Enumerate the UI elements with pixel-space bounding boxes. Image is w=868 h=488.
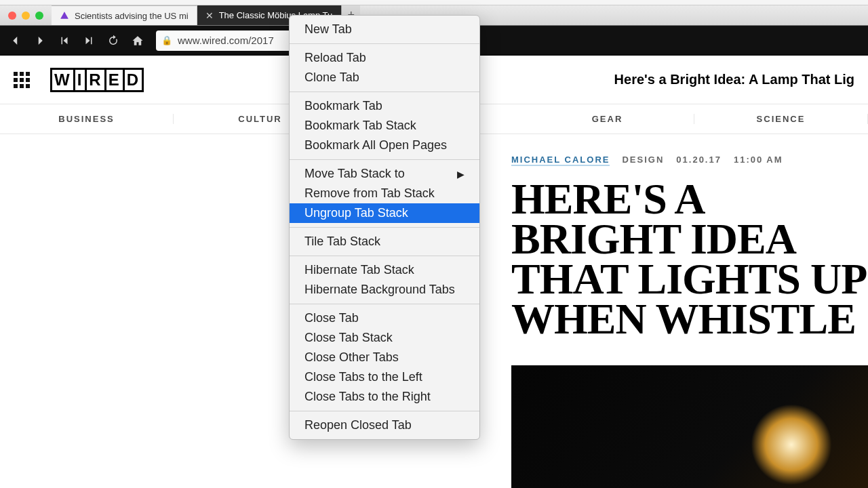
reload-button[interactable]: [103, 30, 123, 51]
menu-item[interactable]: Ungroup Tab Stack: [290, 203, 479, 223]
menu-item-label: Hibernate Tab Stack: [304, 263, 414, 277]
rewind-button[interactable]: [54, 30, 75, 51]
menu-item-label: Ungroup Tab Stack: [304, 206, 408, 220]
publish-date: 01.20.17: [676, 155, 722, 166]
menu-item-label: Close Tab: [304, 311, 359, 325]
submenu-arrow-icon: ▶: [457, 169, 465, 180]
menu-item[interactable]: Bookmark Tab Stack: [290, 116, 479, 136]
tab-title: Scientists advising the US mi: [75, 11, 189, 21]
menu-item[interactable]: Reload Tab: [290, 48, 479, 68]
close-tab-icon[interactable]: ✕: [205, 11, 214, 20]
menu-item[interactable]: Bookmark All Open Pages: [290, 136, 479, 155]
section-label: DESIGN: [622, 155, 664, 166]
menu-item[interactable]: Hibernate Tab Stack: [290, 260, 479, 280]
menu-item-label: Close Tabs to the Right: [304, 390, 431, 404]
wired-logo[interactable]: WIRED: [50, 68, 142, 92]
menu-item-label: Move Tab Stack to: [304, 167, 405, 181]
category-tab[interactable]: SCIENCE: [694, 114, 868, 124]
menu-item[interactable]: New Tab: [290, 20, 479, 39]
url-input[interactable]: [178, 35, 286, 46]
menu-item-label: Reload Tab: [304, 51, 366, 65]
header-story-title: Here's a Bright Idea: A Lamp That Lig: [614, 72, 854, 87]
menu-item-label: Close Tab Stack: [304, 331, 393, 345]
menu-item[interactable]: Clone Tab: [290, 68, 479, 87]
favicon-icon: [60, 11, 69, 20]
back-button[interactable]: [5, 30, 26, 51]
menu-item[interactable]: Tile Tab Stack: [290, 232, 479, 251]
menu-item-label: Bookmark Tab Stack: [304, 119, 416, 133]
menu-item[interactable]: Reopen Closed Tab: [290, 415, 479, 435]
author-link[interactable]: MICHAEL CALORE: [511, 155, 610, 166]
menu-item-label: Close Other Tabs: [304, 350, 399, 365]
menu-item-label: Close Tabs to the Left: [304, 370, 422, 384]
menu-item[interactable]: Close Tabs to the Right: [290, 387, 479, 407]
menu-item-label: Hibernate Background Tabs: [304, 283, 455, 297]
hero-image: [511, 365, 868, 489]
menu-item[interactable]: Close Tabs to the Left: [290, 367, 479, 387]
menu-item[interactable]: Remove from Tab Stack: [290, 184, 479, 203]
minimize-window-icon[interactable]: [22, 12, 30, 20]
article-headline: HERE'S A BRIGHT IDEA THAT LIGHTS UP WHEN…: [511, 180, 868, 340]
zoom-window-icon[interactable]: [35, 12, 43, 20]
menu-item-label: Clone Tab: [304, 70, 359, 85]
close-window-icon[interactable]: [8, 12, 16, 20]
fastforward-button[interactable]: [79, 30, 99, 51]
forward-button[interactable]: [30, 30, 50, 51]
window-controls: [0, 5, 52, 25]
category-tab[interactable]: BUSINESS: [0, 114, 174, 124]
byline: MICHAEL CALORE DESIGN 01.20.17 11:00 AM: [511, 155, 868, 166]
address-bar[interactable]: 🔒: [156, 30, 292, 51]
menu-item-label: Bookmark All Open Pages: [304, 138, 447, 152]
tab-inactive[interactable]: Scientists advising the US mi: [52, 5, 197, 25]
category-tab[interactable]: GEAR: [521, 114, 694, 124]
home-button[interactable]: [127, 30, 148, 51]
menu-item-label: Remove from Tab Stack: [304, 186, 435, 201]
menu-item[interactable]: Close Tab: [290, 308, 479, 328]
tab-context-menu: New TabReload TabClone TabBookmark TabBo…: [289, 15, 480, 440]
menu-item-label: Reopen Closed Tab: [304, 418, 412, 432]
publish-time: 11:00 AM: [734, 155, 783, 166]
menu-item[interactable]: Hibernate Background Tabs: [290, 280, 479, 300]
menu-item-label: New Tab: [304, 22, 352, 37]
lock-icon: 🔒: [161, 35, 172, 45]
menu-item[interactable]: Bookmark Tab: [290, 96, 479, 116]
menu-item[interactable]: Close Tab Stack: [290, 328, 479, 348]
menu-item[interactable]: Move Tab Stack to▶: [290, 164, 479, 184]
menu-item-label: Bookmark Tab: [304, 99, 382, 113]
menu-item-label: Tile Tab Stack: [304, 235, 380, 249]
menu-item[interactable]: Close Other Tabs: [290, 348, 479, 367]
menu-grid-icon[interactable]: [14, 70, 34, 90]
